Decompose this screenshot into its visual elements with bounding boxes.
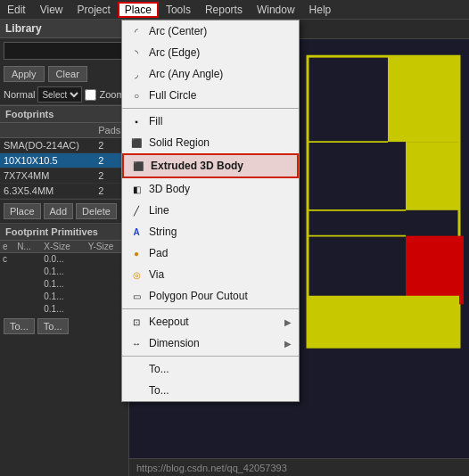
- search-input[interactable]: [4, 42, 129, 60]
- menu-help[interactable]: Help: [302, 2, 339, 18]
- fill-icon: ▪: [129, 114, 144, 128]
- menu-extruded-3d[interactable]: ⬛ Extruded 3D Body: [122, 153, 299, 178]
- menu-keepout[interactable]: ⊡ Keepout ▶: [122, 311, 299, 332]
- arc-edge-label: Arc (Edge): [149, 46, 292, 59]
- to-button-2[interactable]: To...: [37, 318, 69, 334]
- menu-view[interactable]: View: [33, 2, 70, 18]
- keepout-icon: ⊡: [129, 315, 144, 329]
- footprints-section-title: Footprints: [0, 105, 128, 123]
- pad-icon: ●: [129, 246, 144, 260]
- line-icon: ╱: [129, 203, 144, 217]
- table-row[interactable]: 10X10X10.5 2: [0, 153, 128, 168]
- separator-2: [122, 308, 299, 309]
- menu-via[interactable]: ◎ Via: [122, 264, 299, 285]
- to2-icon: [129, 383, 144, 398]
- menu-tools[interactable]: Tools: [159, 2, 198, 18]
- menu-3d-body[interactable]: ◧ 3D Body: [122, 178, 299, 200]
- status-text: https://blog.csdn.net/qq_42057393: [136, 463, 287, 473]
- primitives-table: e N... X-Size Y-Size c0.0... 0.1... 0.1.…: [0, 241, 128, 316]
- footprint-name: 10X10X10.5: [0, 153, 95, 168]
- dimension-arrow-icon: ▶: [284, 339, 292, 349]
- list-item[interactable]: 0.1...: [0, 278, 128, 291]
- keepout-arrow-icon: ▶: [284, 317, 292, 327]
- menu-string[interactable]: A String: [122, 221, 299, 242]
- filter-label: Normal: [4, 89, 35, 100]
- prim-col-e: e: [0, 241, 14, 253]
- arc-any-label: Arc (Any Angle): [149, 68, 292, 80]
- list-item[interactable]: 0.1...: [0, 291, 128, 303]
- fill-label: Fill: [149, 115, 292, 127]
- table-row[interactable]: SMA(DO-214AC) 2: [0, 138, 128, 153]
- add-button[interactable]: Add: [44, 203, 74, 219]
- full-circle-icon: ○: [129, 88, 144, 103]
- left-panel: Library Apply Clear Normal Select Zoom C…: [0, 20, 129, 476]
- string-icon: A: [129, 225, 144, 239]
- menu-arc-any[interactable]: ◞ Arc (Any Angle): [122, 63, 299, 85]
- 3d-body-label: 3D Body: [149, 183, 292, 195]
- string-label: String: [149, 226, 292, 238]
- polygon-cutout-icon: ▭: [129, 289, 144, 303]
- arc-any-icon: ◞: [129, 67, 144, 81]
- to-row: To... To...: [0, 316, 128, 337]
- list-item[interactable]: 0.1...: [0, 266, 128, 278]
- menu-to-1[interactable]: To...: [122, 358, 299, 380]
- footprint-name: SMA(DO-214AC): [0, 138, 95, 153]
- svg-rect-4: [406, 236, 464, 305]
- menu-line[interactable]: ╱ Line: [122, 200, 299, 221]
- menu-window[interactable]: Window: [250, 2, 302, 18]
- menu-dimension[interactable]: ↔ Dimension ▶: [122, 332, 299, 354]
- extruded-3d-icon: ⬛: [131, 159, 145, 173]
- menu-project[interactable]: Project: [70, 2, 117, 18]
- menu-arc-edge[interactable]: ◝ Arc (Edge): [122, 42, 299, 63]
- menu-fill[interactable]: ▪ Fill: [122, 111, 299, 132]
- menu-reports[interactable]: Reports: [198, 2, 250, 18]
- menu-edit[interactable]: Edit: [0, 2, 33, 18]
- polygon-cutout-label: Polygon Pour Cutout: [149, 290, 292, 302]
- svg-rect-5: [308, 296, 459, 348]
- arc-center-label: Arc (Center): [149, 25, 292, 37]
- menu-full-circle[interactable]: ○ Full Circle: [122, 85, 299, 106]
- place-dropdown-menu: ◜ Arc (Center) ◝ Arc (Edge) ◞ Arc (Any A…: [121, 20, 300, 402]
- menu-solid-region[interactable]: ⬛ Solid Region: [122, 132, 299, 153]
- prim-col-n: N...: [14, 241, 41, 253]
- extruded-3d-label: Extruded 3D Body: [151, 160, 290, 172]
- keepout-label: Keepout: [149, 316, 279, 328]
- place-button[interactable]: Place: [4, 203, 41, 219]
- btn-row: Apply Clear: [0, 63, 128, 85]
- table-row[interactable]: 6.3X5.4MM 2: [0, 184, 128, 199]
- delete-button[interactable]: Delete: [76, 203, 117, 219]
- menu-place[interactable]: Place: [118, 2, 159, 18]
- apply-button[interactable]: Apply: [4, 66, 45, 82]
- primitives-title: Footprint Primitives: [0, 224, 128, 241]
- clear-button[interactable]: Clear: [48, 66, 87, 82]
- action-row: Place Add Delete: [0, 199, 128, 224]
- table-row[interactable]: 7X7X4MM 2: [0, 168, 128, 184]
- filter-select[interactable]: Select: [37, 86, 82, 103]
- menu-pad[interactable]: ● Pad: [122, 242, 299, 264]
- menubar: Edit View Project Place Tools Reports Wi…: [0, 0, 469, 20]
- full-circle-label: Full Circle: [149, 89, 292, 102]
- footprint-name: 7X7X4MM: [0, 168, 95, 184]
- via-icon: ◎: [129, 267, 144, 282]
- svg-rect-2: [388, 56, 459, 142]
- svg-rect-3: [406, 142, 459, 210]
- list-item[interactable]: 0.1...: [0, 303, 128, 316]
- menu-arc-center[interactable]: ◜ Arc (Center): [122, 21, 299, 42]
- menu-polygon-cutout[interactable]: ▭ Polygon Pour Cutout: [122, 285, 299, 307]
- separator-1: [122, 108, 299, 109]
- list-item[interactable]: c0.0...: [0, 253, 128, 266]
- solid-region-label: Solid Region: [149, 136, 292, 149]
- to-button-1[interactable]: To...: [4, 318, 35, 334]
- solid-region-icon: ⬛: [129, 135, 144, 150]
- pad-label: Pad: [149, 247, 292, 259]
- footprint-table: Pads SMA(DO-214AC) 2 10X10X10.5 2 7X7X4M…: [0, 123, 128, 199]
- via-label: Via: [149, 268, 292, 281]
- menu-to-2[interactable]: To...: [122, 380, 299, 401]
- zoom-checkbox[interactable]: [85, 89, 96, 101]
- arc-center-icon: ◜: [129, 24, 144, 38]
- footprint-col-name: [0, 123, 95, 138]
- 3d-body-icon: ◧: [129, 182, 144, 196]
- to1-icon: [129, 362, 144, 376]
- status-bar: https://blog.csdn.net/qq_42057393: [129, 458, 469, 476]
- prim-col-x: X-Size: [41, 241, 86, 253]
